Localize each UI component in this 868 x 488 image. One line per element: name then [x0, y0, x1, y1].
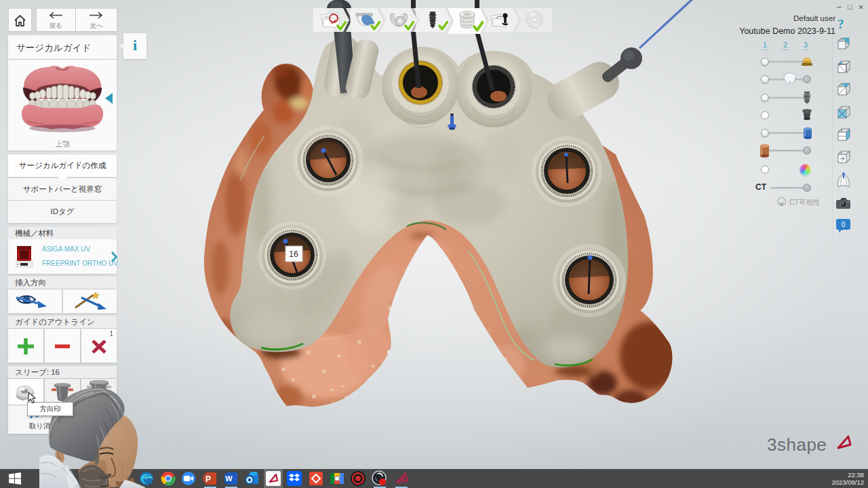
svg-text:P: P [205, 474, 211, 484]
svg-text:16: 16 [289, 249, 298, 259]
svg-text:0: 0 [842, 221, 846, 228]
svg-text:W: W [225, 474, 233, 483]
